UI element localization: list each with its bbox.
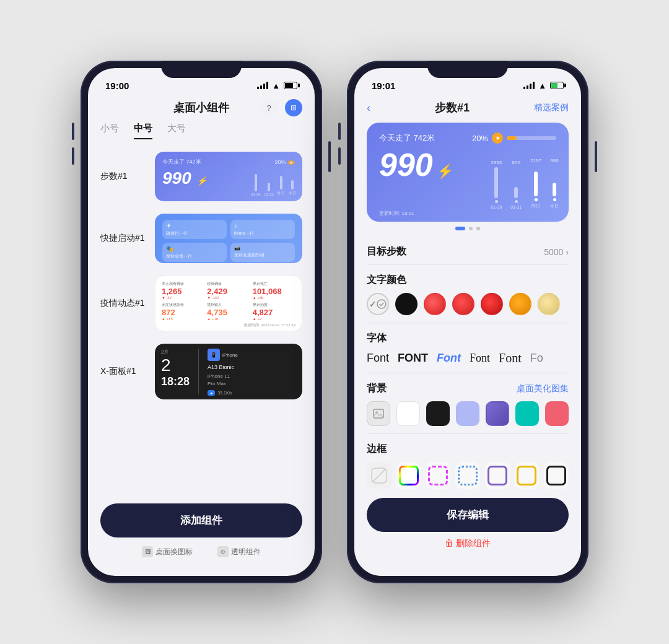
color-black[interactable]	[395, 293, 418, 315]
quick-preview[interactable]: ✈ 随便行一行 ♪ iMore一行 🎭 发财金蛋一行	[155, 214, 302, 263]
quick-row: 快捷启动#1 ✈ 随便行一行 ♪ iMore一行	[100, 214, 302, 263]
text-color-label: 文字颜色	[367, 274, 406, 285]
color-red-3[interactable]	[481, 293, 503, 315]
chart-col-1: 2933 01-30	[491, 160, 502, 209]
border-section: 边框	[367, 443, 569, 489]
border-rainbow[interactable]	[396, 462, 421, 489]
bg-label: 背景	[367, 382, 387, 395]
steps-lightning: ⚡	[437, 163, 453, 180]
featured-button[interactable]: 精选案例	[534, 102, 569, 113]
grid-button[interactable]: ⊞	[285, 99, 302, 116]
left-phone: 19:00 ▲ 桌面小组件	[81, 61, 322, 583]
signal-icon	[257, 82, 268, 89]
tab-medium[interactable]: 中号	[134, 123, 152, 139]
bg-image[interactable]	[367, 401, 390, 426]
app-header: 桌面小组件 ? ⊞	[100, 95, 302, 123]
left-status-icons: ▲	[257, 81, 297, 90]
border-yellow-solid[interactable]	[515, 462, 540, 489]
font-label: 字体	[367, 333, 387, 343]
preview-top: 今天走了 742米 20% ★	[379, 133, 556, 144]
epidemic-label: 疫情动态#1	[100, 298, 145, 309]
font-option-normal[interactable]: Font	[367, 352, 389, 365]
large-steps-number: 990	[379, 149, 433, 181]
transparent-widget-link[interactable]: ⊙ 透明组件	[217, 546, 261, 557]
steps-row: 步数#1 今天走了 742米 20% ★ 990 ⚡	[100, 152, 302, 201]
right-screen: 19:01 ▲	[354, 68, 581, 576]
border-dashed-rainbow[interactable]	[426, 462, 450, 489]
delete-button[interactable]: 🗑 删除组件	[367, 538, 569, 549]
font-option-extra[interactable]: Fo	[530, 352, 543, 365]
right-battery-icon	[550, 82, 564, 89]
bg-action[interactable]: 桌面美化图集	[517, 383, 569, 394]
bg-black[interactable]	[426, 401, 450, 426]
color-red-1[interactable]	[424, 293, 446, 315]
change-icon-icon: 🖼	[142, 546, 153, 557]
chart-area: 2933 01-30 870	[491, 158, 559, 209]
border-black-solid[interactable]	[544, 462, 569, 489]
bg-teal[interactable]	[515, 401, 539, 426]
widget-list: 步数#1 今天走了 742米 20% ★ 990 ⚡	[100, 152, 302, 399]
target-steps-value[interactable]: 5000 ›	[544, 247, 569, 257]
svg-line-4	[373, 469, 385, 482]
header-icons: ? ⊞	[260, 99, 302, 116]
xpanel-row: X-面板#1 2月 2 18:28	[100, 344, 302, 399]
color-orange[interactable]	[509, 293, 531, 315]
chart-col-3: 2197 昨日	[530, 158, 541, 209]
left-screen: 19:00 ▲ 桌面小组件	[88, 68, 315, 576]
bg-section-header: 背景 桌面美化图集	[367, 382, 569, 395]
epidemic-row: 疫情动态#1 本土现有确诊 1,265 ▼ -47	[100, 276, 302, 331]
tab-large[interactable]: 大号	[167, 123, 186, 139]
tab-small[interactable]: 小号	[100, 123, 119, 139]
font-option-bold[interactable]: FONT	[398, 352, 428, 365]
font-option-italic-bold[interactable]: Font	[437, 352, 461, 365]
help-button[interactable]: ?	[260, 99, 278, 116]
progress-bar	[507, 136, 556, 140]
change-icon-link[interactable]: 🖼 桌面换图标	[142, 546, 193, 557]
power-btn	[328, 141, 331, 172]
add-widget-button[interactable]: 添加组件	[100, 503, 302, 537]
preview-progress: 20% ★	[472, 133, 556, 144]
font-option-script[interactable]: Font	[499, 351, 522, 365]
background-section: 背景 桌面美化图集	[367, 382, 569, 434]
bottom-links: 🖼 桌面换图标 ⊙ 透明组件	[100, 546, 302, 557]
save-button[interactable]: 保存编辑	[367, 498, 569, 532]
color-yellow[interactable]	[538, 293, 560, 315]
right-wifi-icon: ▲	[538, 81, 546, 90]
battery-icon	[284, 82, 297, 89]
left-time: 19:00	[105, 80, 129, 91]
right-content: ‹ 步数#1 精选案例 今天走了 742米 20% ★	[354, 95, 581, 576]
bg-purple[interactable]	[486, 401, 509, 426]
color-check[interactable]	[367, 293, 389, 315]
bg-white[interactable]	[396, 401, 420, 426]
xpanel-preview[interactable]: 2月 2 18:28 📱 iPhone	[155, 344, 302, 399]
bottom-actions: 添加组件 🖼 桌面换图标 ⊙ 透明组件	[100, 503, 302, 557]
font-option-serif[interactable]: Font	[470, 352, 490, 365]
preview-subtitle: 今天走了 742米	[379, 133, 435, 144]
border-label: 边框	[367, 443, 387, 454]
right-time: 19:01	[372, 80, 395, 91]
svg-point-0	[377, 300, 386, 308]
bg-lavender[interactable]	[456, 401, 479, 426]
border-none[interactable]	[367, 462, 391, 489]
detail-header: ‹ 步数#1 精选案例	[367, 95, 569, 123]
right-signal-icon	[523, 82, 535, 89]
indicator-dots	[367, 227, 569, 230]
left-notch	[161, 61, 242, 78]
steps-preview[interactable]: 今天走了 742米 20% ★ 990 ⚡ 01-30	[155, 152, 302, 201]
quick-label: 快捷启动#1	[100, 233, 145, 244]
epidemic-preview[interactable]: 本土现有确诊 1,265 ▼ -47 现有确诊 2,429 ▼ -107	[155, 276, 302, 331]
target-steps-label: 目标步数	[367, 245, 406, 258]
detail-title: 步数#1	[435, 100, 470, 115]
left-content: 桌面小组件 ? ⊞ 小号 中号 大号 步数#1	[88, 95, 315, 576]
border-purple-solid[interactable]	[485, 462, 510, 489]
volume-up	[72, 123, 74, 140]
border-dotted[interactable]	[455, 462, 480, 489]
color-red-2[interactable]	[452, 293, 474, 315]
wifi-icon: ▲	[272, 81, 280, 90]
volume-down	[72, 147, 74, 165]
right-notch	[427, 61, 508, 78]
font-section: 字体 Font FONT Font Font Font Fo	[367, 332, 569, 373]
back-button[interactable]: ‹	[367, 102, 370, 115]
bg-pink[interactable]	[545, 401, 569, 426]
chart-col-4: 990 今日	[550, 158, 559, 209]
